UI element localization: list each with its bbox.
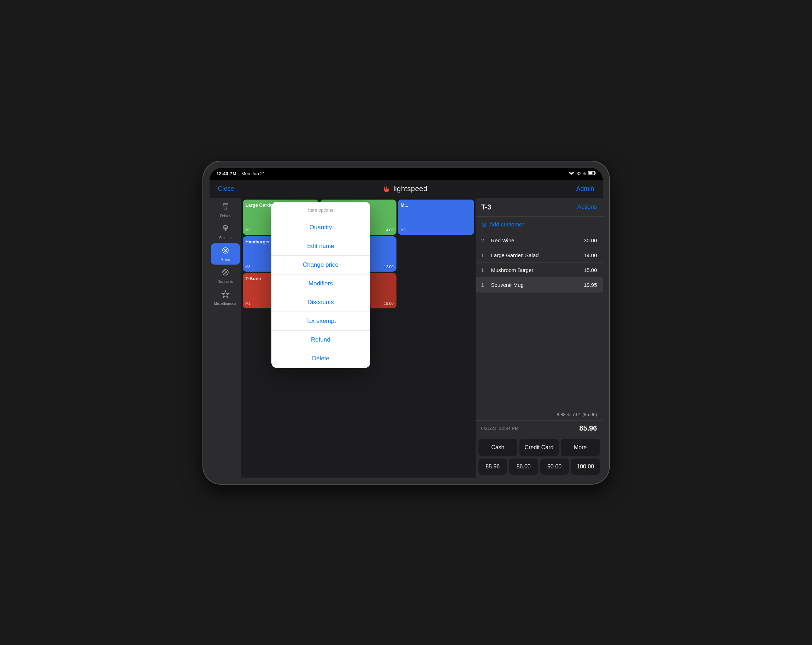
product-price: 14.00 — [384, 228, 394, 232]
battery-icon — [588, 171, 596, 176]
order-item-name: Large Garden Salad — [491, 252, 584, 258]
add-customer-text: Add customer — [489, 221, 524, 228]
product-m6[interactable]: M... M6 — [398, 200, 474, 235]
option-refund-text: Refund — [311, 336, 330, 343]
quick-amount-8600[interactable]: 86.00 — [509, 459, 538, 475]
order-item-name: Red Wine — [491, 237, 584, 243]
order-item-name: Souvenir Mug — [491, 282, 584, 288]
add-customer-icon: ⊕ — [481, 221, 487, 229]
svg-rect-1 — [595, 172, 595, 174]
quick-amount-9000[interactable]: 90.00 — [540, 459, 569, 475]
option-modifiers[interactable]: Modifiers — [272, 274, 370, 293]
order-item-name: Mushroom Burger — [491, 267, 584, 273]
sidebar-item-drinks[interactable]: Drinks — [211, 200, 240, 221]
status-time: 12:40 PM — [217, 171, 237, 176]
order-actions-button[interactable]: Actions — [577, 203, 597, 210]
misc-label: Miscellaneous — [214, 302, 237, 305]
app-logo: lightspeed — [383, 183, 427, 194]
order-item-mushroom-burger[interactable]: 1 Mushroom Burger 15.00 — [476, 263, 603, 278]
cash-button[interactable]: Cash — [478, 439, 517, 456]
drinks-icon — [221, 203, 230, 213]
order-item-red-wine[interactable]: 2 Red Wine 30.00 — [476, 233, 603, 248]
option-delete[interactable]: Delete — [272, 349, 370, 368]
categories-sidebar: Drinks Starters — [209, 198, 241, 477]
svg-point-8 — [226, 273, 227, 274]
product-code: M6 — [401, 228, 406, 232]
logo-flame-icon — [383, 183, 391, 194]
product-price: 12.00 — [384, 265, 394, 269]
option-edit-name-text: Edit name — [307, 242, 334, 249]
quick-amounts-row: 85.96 86.00 90.00 100.00 — [478, 459, 600, 475]
close-button[interactable]: Close — [218, 185, 234, 192]
discounts-label: Discounts — [218, 280, 233, 284]
product-code: M1 — [246, 302, 250, 305]
sidebar-item-discounts[interactable]: Discounts — [211, 265, 240, 287]
order-title: T-3 — [481, 203, 491, 211]
product-code: M8 — [246, 265, 250, 269]
order-item-price: 14.00 — [584, 252, 597, 258]
svg-point-6 — [225, 250, 226, 251]
empty-slot — [398, 236, 474, 271]
option-edit-name[interactable]: Edit name — [272, 237, 370, 256]
misc-icon — [221, 290, 230, 300]
wifi-icon — [569, 171, 574, 176]
sidebar-item-mains[interactable]: Mains — [211, 243, 240, 265]
modal-header-text: Item options — [308, 207, 333, 213]
product-price: 18.00 — [384, 301, 394, 305]
status-right: 32% — [569, 171, 595, 176]
status-date: Mon Jun 21 — [241, 171, 266, 176]
mains-label: Mains — [220, 258, 230, 262]
quick-amount-10000[interactable]: 100.00 — [571, 459, 600, 475]
main-content: Drinks Starters — [209, 198, 603, 477]
product-grid-area: Large Garden Salad M3 14.00 Large Caesar… — [241, 198, 476, 477]
order-item-qty: 1 — [481, 267, 488, 273]
nav-bar: Close lightspeed Admin — [209, 180, 603, 198]
svg-rect-2 — [588, 172, 592, 174]
admin-button[interactable]: Admin — [576, 185, 594, 192]
payment-section: Cash Credit Card More 85.96 86.00 90.00 … — [476, 436, 603, 477]
discounts-icon — [221, 268, 230, 278]
device-frame: 12:40 PM Mon Jun 21 32% — [203, 162, 609, 484]
option-tax-exempt-text: Tax exempt — [305, 317, 336, 324]
option-change-price-text: Change price — [303, 261, 339, 268]
starters-label: Starters — [219, 236, 232, 240]
item-options-modal: Item options Quantity Edit name Change p… — [272, 202, 370, 368]
option-refund[interactable]: Refund — [272, 331, 370, 349]
modal-header: Item options — [272, 202, 370, 218]
svg-point-7 — [224, 271, 225, 272]
payment-buttons-row: Cash Credit Card More — [478, 439, 600, 456]
order-tax-line: 8.88%: 7.01 (85.96) — [476, 408, 603, 421]
order-tax-text: 8.88%: 7.01 (85.96) — [557, 412, 597, 417]
starters-icon — [221, 224, 230, 235]
option-quantity[interactable]: Quantity — [272, 218, 370, 237]
more-button[interactable]: More — [561, 439, 600, 456]
product-name: M... — [401, 203, 472, 208]
product-code: M3 — [246, 228, 250, 232]
option-discounts[interactable]: Discounts — [272, 293, 370, 312]
quick-amount-8596[interactable]: 85.96 — [478, 459, 507, 475]
order-item-qty: 1 — [481, 282, 488, 288]
drinks-label: Drinks — [220, 214, 230, 218]
credit-card-button[interactable]: Credit Card — [519, 439, 559, 456]
sidebar-item-misc[interactable]: Miscellaneous — [211, 287, 240, 308]
order-item-souvenir-mug[interactable]: 1 Souvenir Mug 19.95 — [476, 278, 603, 293]
add-customer-button[interactable]: ⊕ Add customer — [476, 217, 603, 233]
device-screen: 12:40 PM Mon Jun 21 32% — [209, 168, 603, 477]
order-header: T-3 Actions — [476, 198, 603, 217]
sidebar-item-starters[interactable]: Starters — [211, 221, 240, 242]
option-change-price[interactable]: Change price — [272, 256, 370, 274]
battery-level: 32% — [576, 171, 586, 176]
option-delete-text: Delete — [312, 355, 329, 362]
mains-icon — [221, 246, 230, 256]
order-item-price: 19.95 — [584, 282, 597, 288]
order-footer: 6/21/21, 12:34 PM 85.96 — [476, 421, 603, 436]
order-item-qty: 1 — [481, 252, 488, 258]
order-total: 85.96 — [579, 424, 597, 432]
order-item-garden-salad[interactable]: 1 Large Garden Salad 14.00 — [476, 248, 603, 263]
option-discounts-text: Discounts — [307, 299, 334, 305]
order-item-qty: 2 — [481, 237, 488, 243]
order-panel: T-3 Actions ⊕ Add customer 2 Red Wine 30… — [476, 198, 603, 477]
option-modifiers-text: Modifiers — [308, 280, 333, 287]
status-bar: 12:40 PM Mon Jun 21 32% — [209, 168, 603, 180]
option-tax-exempt[interactable]: Tax exempt — [272, 312, 370, 331]
